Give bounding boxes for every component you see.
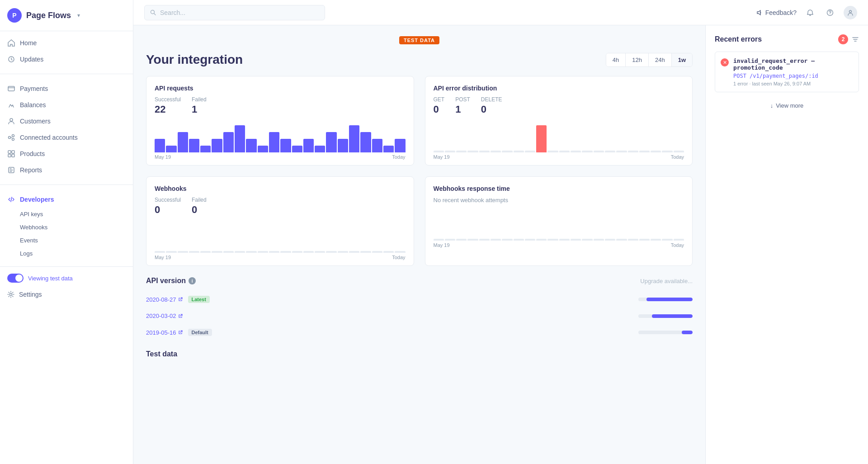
chart-bar <box>178 251 188 253</box>
webhooks-successful-value: 0 <box>155 204 181 216</box>
help-icon[interactable] <box>824 6 836 19</box>
error-count-badge: 2 <box>838 34 848 44</box>
api-error-delete: DELETE 0 <box>481 96 502 115</box>
version-row: 2019-05-16Default <box>146 324 693 341</box>
svg-point-5 <box>12 138 14 141</box>
sidebar-item-connected-accounts[interactable]: Connected accounts <box>0 129 133 146</box>
sidebar-item-reports[interactable]: Reports <box>0 162 133 178</box>
test-data-toggle[interactable]: Viewing test data <box>0 270 133 287</box>
version-link[interactable]: 2020-03-02 <box>146 312 183 319</box>
api-requests-failed: Failed 1 <box>192 96 207 115</box>
sidebar-divider-1 <box>0 74 133 74</box>
topbar: Feedback? <box>133 0 868 25</box>
chart-bar <box>582 151 592 152</box>
app-logo[interactable]: P Page Flows ▾ <box>0 0 133 31</box>
chart-bar <box>166 146 176 152</box>
version-link[interactable]: 2019-05-16 <box>146 329 183 336</box>
api-error-x-end: Today <box>671 154 684 160</box>
chart-bar <box>479 151 490 152</box>
integration-title: Your integration <box>146 52 243 67</box>
search-input[interactable] <box>160 9 319 16</box>
chart-bar <box>639 239 650 241</box>
version-row: 2020-08-27Latest <box>146 291 693 308</box>
chart-bar <box>292 251 302 253</box>
chart-bar <box>605 239 615 241</box>
sidebar-item-balances-label: Balances <box>20 101 46 109</box>
sidebar-item-customers[interactable]: Customers <box>0 113 133 129</box>
webhooks-failed-value: 0 <box>192 204 207 216</box>
sidebar-sub-item-api-keys[interactable]: API keys <box>0 208 133 221</box>
chart-bar <box>235 125 245 152</box>
api-error-get: GET 0 <box>434 96 445 115</box>
sidebar-item-updates[interactable]: Updates <box>0 51 133 67</box>
version-usage-fill <box>682 331 693 334</box>
home-icon <box>7 39 15 47</box>
chart-bar <box>616 239 627 241</box>
feedback-button[interactable]: Feedback? <box>756 9 797 16</box>
time-btn-24h[interactable]: 24h <box>649 53 672 66</box>
chart-bar <box>605 151 615 152</box>
sidebar-item-products[interactable]: Products <box>0 146 133 162</box>
view-more-button[interactable]: ↓ View more <box>715 98 859 114</box>
payments-icon <box>7 85 15 93</box>
time-btn-1w[interactable]: 1w <box>672 53 692 66</box>
successful-value: 22 <box>155 104 181 115</box>
upgrade-link[interactable]: Upgrade available... <box>640 278 693 284</box>
sidebar-item-payments[interactable]: Payments <box>0 80 133 97</box>
external-link-icon <box>178 314 183 318</box>
search-wrap[interactable] <box>144 5 325 20</box>
chart-bar <box>547 239 558 241</box>
info-icon[interactable]: i <box>189 277 196 284</box>
sidebar-sub-item-webhooks[interactable]: Webhooks <box>0 221 133 234</box>
chart-bar <box>395 251 405 253</box>
api-requests-stats: Successful 22 Failed 1 <box>155 96 406 115</box>
chart-bar <box>536 239 547 241</box>
updates-icon <box>7 55 15 63</box>
chart-bar <box>360 251 371 253</box>
webhooks-response-x-end: Today <box>671 242 684 248</box>
chart-bar <box>502 239 512 241</box>
chart-bar <box>212 251 222 253</box>
sidebar-main-nav: Payments Balances Customers Connected ac… <box>0 77 133 182</box>
webhooks-x-start: May 19 <box>155 255 171 260</box>
api-requests-bars <box>155 121 406 152</box>
sidebar-item-home[interactable]: Home <box>0 35 133 51</box>
svg-point-3 <box>9 137 11 139</box>
failed-value: 1 <box>192 104 207 115</box>
api-version-title: API version i <box>146 277 196 285</box>
time-btn-12h[interactable]: 12h <box>626 53 649 66</box>
sidebar-item-balances[interactable]: Balances <box>0 97 133 113</box>
sidebar-item-developers-label: Developers <box>20 196 54 203</box>
notifications-icon[interactable] <box>804 6 816 19</box>
error-meta: 1 error · last seen May 26, 9:07 AM <box>733 81 818 86</box>
sidebar-item-home-label: Home <box>20 39 37 47</box>
avatar[interactable] <box>844 6 857 19</box>
chart-bar <box>445 239 455 241</box>
toggle-switch[interactable] <box>7 274 24 283</box>
sidebar-sub-item-logs[interactable]: Logs <box>0 247 133 260</box>
chart-bar <box>628 151 638 152</box>
sidebar-item-settings-label: Settings <box>19 291 42 298</box>
chart-bar <box>212 139 222 152</box>
api-error-chart-labels: May 19 Today <box>434 154 684 160</box>
chart-bar <box>674 151 684 152</box>
api-version-header: API version i Upgrade available... <box>146 277 693 285</box>
svg-point-11 <box>10 294 12 296</box>
api-requests-x-end: Today <box>392 154 405 160</box>
version-link[interactable]: 2020-08-27 <box>146 296 183 303</box>
sidebar-item-developers[interactable]: Developers <box>0 191 133 208</box>
reports-icon <box>7 166 15 174</box>
test-data-section: Test data <box>146 350 693 358</box>
chart-bar <box>372 251 382 253</box>
sidebar-sub-item-events[interactable]: Events <box>0 234 133 247</box>
filter-icon[interactable] <box>852 36 859 43</box>
chart-bar <box>349 125 359 152</box>
api-requests-chart-labels: May 19 Today <box>155 154 406 160</box>
sidebar-item-settings[interactable]: Settings <box>0 287 133 302</box>
time-btn-4h[interactable]: 4h <box>606 53 626 66</box>
test-data-section-title: Test data <box>146 350 693 358</box>
chart-bar <box>628 239 638 241</box>
webhooks-response-bars <box>434 209 684 241</box>
chart-bar <box>456 239 467 241</box>
chart-bar <box>434 239 444 241</box>
